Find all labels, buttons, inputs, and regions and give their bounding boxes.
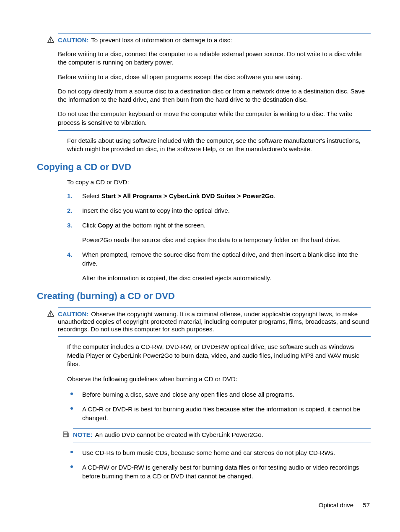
bullet-icon (70, 393, 73, 395)
list-text: Before burning a disc, save and close an… (82, 391, 294, 398)
svg-point-3 (50, 315, 51, 316)
caution-callout: CAUTION:Observe the copyright warning. I… (58, 307, 371, 337)
bullet-icon (70, 451, 73, 453)
bullet-icon (70, 465, 73, 468)
note-label: NOTE: (73, 431, 93, 438)
body-paragraph: If the computer includes a CD-RW, DVD-RW… (67, 343, 371, 368)
step-item: 3. Click Copy at the bottom right of the… (67, 221, 371, 244)
list-text: A CD-R or DVD-R is best for burning audi… (82, 405, 360, 421)
caution-text: Observe the copyright warning. It is a c… (58, 310, 369, 333)
guidelines-list-2: Use CD-Rs to burn music CDs, because som… (67, 448, 371, 480)
step-text-pre: Click (82, 222, 98, 229)
body-paragraph: For details about using software include… (67, 137, 371, 154)
caution-para: Do not copy directly from a source disc … (58, 87, 371, 104)
section-heading-burning: Creating (burning) a CD or DVD (37, 291, 371, 302)
step-number: 3. (67, 221, 73, 230)
step-number: 4. (67, 250, 73, 259)
caution-label: CAUTION: (58, 36, 88, 44)
section-heading-copying: Copying a CD or DVD (37, 162, 371, 173)
step-item: 4. When prompted, remove the source disc… (67, 250, 371, 282)
section-intro: To copy a CD or DVD: (67, 178, 371, 186)
footer-page-number: 57 (363, 501, 370, 509)
step-text-bold: Copy (98, 222, 114, 229)
caution-para: Before writing to a disc, close all open… (58, 73, 371, 81)
list-item: Before burning a disc, save and close an… (67, 390, 371, 399)
svg-rect-4 (63, 432, 68, 437)
step-text-pre: Select (82, 192, 101, 199)
note-text: An audio DVD cannot be created with Cybe… (95, 431, 263, 438)
step-text: Insert the disc you want to copy into th… (82, 207, 230, 214)
document-page: CAUTION:To prevent loss of information o… (0, 0, 400, 532)
step-text-post: at the bottom right of the screen. (113, 222, 205, 229)
caution-icon (47, 310, 54, 317)
step-item: 2. Insert the disc you want to copy into… (67, 206, 371, 215)
step-subtext: Power2Go reads the source disc and copie… (82, 235, 371, 244)
note-callout: NOTE:An audio DVD cannot be created with… (73, 428, 371, 442)
caution-callout: CAUTION:To prevent loss of information o… (58, 34, 371, 131)
caution-para: Do not use the computer keyboard or move… (58, 110, 371, 127)
footer-section: Optical drive (319, 501, 353, 509)
list-item: A CD-RW or DVD-RW is generally best for … (67, 463, 371, 480)
step-number: 2. (67, 206, 73, 215)
page-footer: Optical drive 57 (319, 501, 370, 509)
list-item: Use CD-Rs to burn music CDs, because som… (67, 448, 371, 457)
list-text: A CD-RW or DVD-RW is generally best for … (82, 464, 359, 480)
step-number: 1. (67, 191, 73, 200)
caution-para: Before writing to a disc, connect the co… (58, 50, 371, 67)
body-paragraph: Observe the following guidelines when bu… (67, 375, 371, 383)
bullet-icon (70, 407, 73, 410)
caution-icon (47, 36, 54, 43)
step-text-post: . (274, 192, 275, 199)
step-text-bold: Start > All Programs > CyberLink DVD Sui… (101, 192, 274, 199)
step-item: 1. Select Start > All Programs > CyberLi… (67, 191, 371, 200)
guidelines-list: Before burning a disc, save and close an… (67, 390, 371, 422)
caution-label: CAUTION: (58, 310, 88, 318)
list-text: Use CD-Rs to burn music CDs, because som… (82, 449, 335, 456)
step-text: When prompted, remove the source disc fr… (82, 251, 358, 267)
copy-steps: 1. Select Start > All Programs > CyberLi… (67, 191, 371, 282)
list-item: A CD-R or DVD-R is best for burning audi… (67, 405, 371, 422)
svg-point-1 (50, 41, 51, 42)
note-icon (62, 431, 69, 438)
step-subtext: After the information is copied, the dis… (82, 274, 371, 282)
caution-lead: To prevent loss of information or damage… (91, 36, 232, 44)
